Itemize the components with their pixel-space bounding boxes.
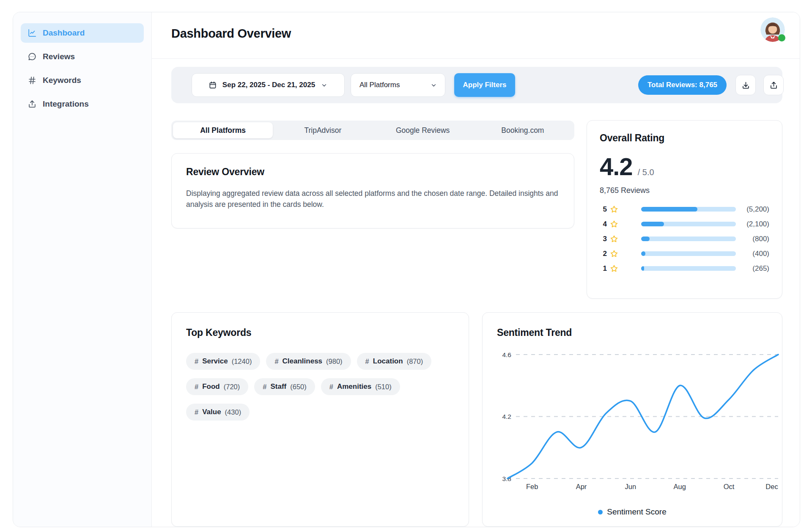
keyword-name: Location bbox=[373, 357, 403, 366]
rating-count: (2,100) bbox=[736, 220, 769, 228]
keyword-count: (430) bbox=[225, 408, 241, 416]
keyword-name: Amenities bbox=[337, 382, 371, 391]
header: Dashboard Overview bbox=[152, 12, 800, 59]
rating-bar-track bbox=[641, 207, 736, 212]
y-axis-tick: 4.6 bbox=[502, 351, 511, 358]
star-icon bbox=[609, 264, 619, 273]
x-axis-tick: Dec bbox=[765, 483, 778, 490]
overall-rating-scale: / 5.0 bbox=[638, 168, 654, 177]
keyword-name: Food bbox=[202, 382, 220, 391]
online-status-dot bbox=[778, 34, 785, 41]
keyword-name: Cleanliness bbox=[283, 357, 323, 366]
keyword-chip-food[interactable]: #Food(720) bbox=[186, 378, 248, 395]
x-axis-tick: Aug bbox=[674, 483, 686, 490]
rating-bar-track bbox=[641, 251, 736, 256]
rating-breakdown: 5(5,200)4(2,100)3(800)2(400)1(265) bbox=[600, 202, 769, 276]
rating-count: (5,200) bbox=[736, 205, 769, 214]
tab-booking-com[interactable]: Booking.com bbox=[473, 122, 573, 138]
hash-icon: # bbox=[195, 408, 198, 416]
overall-rating-score: 4.2 bbox=[600, 154, 633, 179]
download-button[interactable] bbox=[735, 75, 756, 95]
sidebar: DashboardReviewsKeywordsIntegrations bbox=[13, 12, 152, 527]
page-title: Dashboard Overview bbox=[171, 27, 291, 41]
rating-row-5-stars: 5(5,200) bbox=[600, 202, 769, 217]
sidebar-item-keywords[interactable]: Keywords bbox=[21, 71, 144, 90]
keyword-name: Service bbox=[202, 357, 228, 366]
calendar-icon bbox=[208, 81, 217, 89]
share-button[interactable] bbox=[763, 75, 784, 95]
sidebar-item-integrations[interactable]: Integrations bbox=[21, 94, 144, 114]
rating-row-4-stars: 4(2,100) bbox=[600, 217, 769, 231]
keyword-count: (870) bbox=[407, 358, 423, 366]
star-icon bbox=[609, 205, 619, 214]
tab-google-reviews[interactable]: Google Reviews bbox=[373, 122, 473, 138]
hash-icon: # bbox=[195, 383, 198, 391]
keyword-chip-service[interactable]: #Service(1240) bbox=[186, 353, 260, 370]
keyword-chip-amenities[interactable]: #Amenities(510) bbox=[321, 378, 400, 395]
hash-icon: # bbox=[263, 383, 266, 391]
star-icon bbox=[609, 234, 619, 244]
keyword-chip-cleanliness[interactable]: #Cleanliness(980) bbox=[266, 353, 351, 370]
rating-bar-fill bbox=[641, 251, 645, 256]
star-count-label: 5 bbox=[600, 205, 607, 214]
rating-bar-fill bbox=[641, 222, 664, 226]
review-overview-description: Displaying aggregated review data across… bbox=[186, 188, 560, 210]
date-range-picker[interactable]: Sep 22, 2025 - Dec 21, 2025 bbox=[192, 73, 345, 97]
sentiment-trend-title: Sentiment Trend bbox=[497, 327, 572, 338]
rating-bar-track bbox=[641, 236, 736, 241]
sidebar-item-reviews[interactable]: Reviews bbox=[21, 47, 144, 66]
keyword-chip-staff[interactable]: #Staff(650) bbox=[254, 378, 315, 395]
rating-bar-track bbox=[641, 266, 736, 271]
hash-icon: # bbox=[329, 383, 333, 391]
overall-rating-title: Overall Rating bbox=[600, 132, 769, 144]
sidebar-item-dashboard[interactable]: Dashboard bbox=[21, 23, 144, 43]
overall-rating-score-row: 4.2 / 5.0 bbox=[600, 154, 769, 179]
keyword-chip-row: #Service(1240)#Cleanliness(980)#Location… bbox=[186, 353, 454, 370]
x-axis-tick: Apr bbox=[576, 483, 587, 490]
tab-tripadvisor[interactable]: TripAdvisor bbox=[273, 122, 373, 138]
keyword-chip-row: #Value(430) bbox=[186, 404, 454, 421]
y-axis-tick: 3.8 bbox=[502, 475, 511, 482]
sidebar-item-label: Integrations bbox=[43, 99, 89, 109]
sidebar-item-label: Dashboard bbox=[43, 28, 85, 38]
keyword-count: (720) bbox=[224, 383, 240, 391]
chart-line-icon bbox=[27, 28, 37, 38]
rating-row-2-stars: 2(400) bbox=[600, 246, 769, 261]
sidebar-nav: DashboardReviewsKeywordsIntegrations bbox=[21, 23, 144, 114]
sidebar-item-label: Reviews bbox=[43, 52, 75, 61]
download-icon bbox=[741, 81, 750, 90]
platform-select[interactable]: All Platforms bbox=[351, 73, 445, 97]
x-axis-tick: Oct bbox=[724, 483, 735, 490]
hash-icon: # bbox=[195, 358, 198, 366]
legend-label: Sentiment Score bbox=[607, 507, 666, 517]
keyword-name: Value bbox=[202, 408, 221, 416]
hash-icon: # bbox=[365, 358, 369, 366]
platform-select-value: All Platforms bbox=[359, 81, 400, 89]
rating-count: (800) bbox=[736, 235, 769, 243]
keyword-chip-location[interactable]: #Location(870) bbox=[357, 353, 432, 370]
top-keywords-card: Top Keywords #Service(1240)#Cleanliness(… bbox=[171, 312, 469, 527]
chat-bubble-icon bbox=[27, 52, 37, 61]
star-count-label: 3 bbox=[600, 235, 607, 243]
keyword-chip-value[interactable]: #Value(430) bbox=[186, 404, 250, 421]
sentiment-chart: 3.84.24.6FebAprJunAugOctDec bbox=[483, 313, 783, 527]
avatar[interactable] bbox=[760, 17, 785, 42]
keyword-count: (510) bbox=[375, 383, 392, 391]
date-range-value: Sep 22, 2025 - Dec 21, 2025 bbox=[222, 81, 315, 89]
rating-bar-fill bbox=[641, 207, 697, 212]
overall-rating-card: Overall Rating 4.2 / 5.0 8,765 Reviews 5… bbox=[587, 120, 782, 299]
star-icon bbox=[609, 249, 619, 258]
rating-row-3-stars: 3(800) bbox=[600, 231, 769, 246]
apply-filters-button[interactable]: Apply Filters bbox=[454, 73, 515, 97]
tab-all-platforms[interactable]: All Platforms bbox=[173, 122, 273, 138]
app-frame: DashboardReviewsKeywordsIntegrations Das… bbox=[13, 12, 800, 527]
upload-icon bbox=[27, 99, 37, 109]
review-overview-card: Review Overview Displaying aggregated re… bbox=[171, 153, 574, 228]
rating-bar-fill bbox=[641, 266, 644, 271]
x-axis-tick: Feb bbox=[526, 483, 538, 490]
star-count-label: 4 bbox=[600, 220, 607, 228]
hash-icon: # bbox=[274, 358, 278, 366]
chevron-down-icon bbox=[321, 82, 328, 89]
sentiment-trend-card: 3.84.24.6FebAprJunAugOctDec Sentiment Tr… bbox=[482, 312, 782, 527]
top-keywords-title: Top Keywords bbox=[186, 327, 454, 338]
